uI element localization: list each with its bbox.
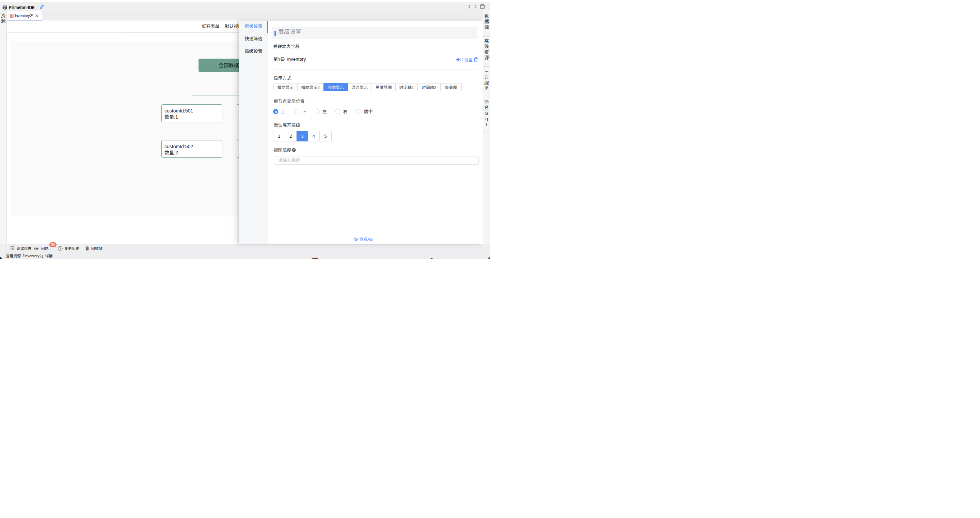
svg-text:?: ? xyxy=(293,148,294,151)
